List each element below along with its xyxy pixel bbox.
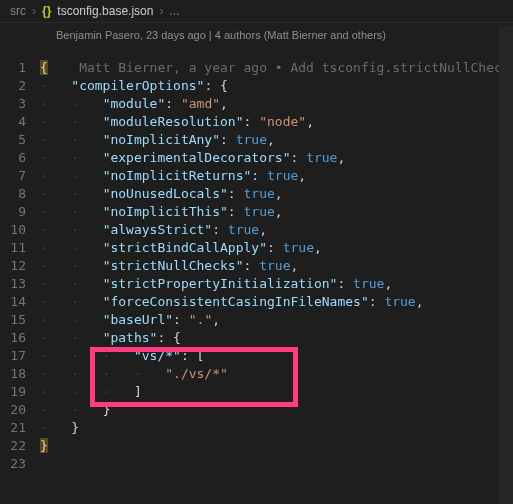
- json-file-icon: {}: [42, 4, 51, 18]
- line-number: 10: [0, 221, 40, 239]
- chevron-right-icon: ›: [159, 4, 163, 18]
- breadcrumb-root[interactable]: src: [10, 4, 26, 18]
- line-number: 12: [0, 257, 40, 275]
- brace-open: {: [40, 60, 48, 75]
- line-number: 17: [0, 347, 40, 365]
- line-number: 21: [0, 419, 40, 437]
- line-number: 1: [0, 59, 40, 77]
- breadcrumb-file[interactable]: tsconfig.base.json: [57, 4, 153, 18]
- line-number: 19: [0, 383, 40, 401]
- line-number: 5: [0, 131, 40, 149]
- minimap[interactable]: [499, 26, 513, 504]
- inline-blame-hint: Matt Bierner, a year ago • Add tsconfig.…: [48, 60, 513, 75]
- brace-close: }: [40, 438, 48, 453]
- line-number: 11: [0, 239, 40, 257]
- line-number: 20: [0, 401, 40, 419]
- git-blame-annotation[interactable]: Benjamin Pasero, 23 days ago | 4 authors…: [56, 29, 386, 41]
- line-number: 7: [0, 167, 40, 185]
- line-number: 9: [0, 203, 40, 221]
- line-number: 18: [0, 365, 40, 383]
- breadcrumb-trail[interactable]: ...: [169, 4, 179, 18]
- line-number: 8: [0, 185, 40, 203]
- line-number: 15: [0, 311, 40, 329]
- line-number: 3: [0, 95, 40, 113]
- code-editor[interactable]: Benjamin Pasero, 23 days ago | 4 authors…: [0, 23, 513, 473]
- line-number: 22: [0, 437, 40, 455]
- line-number: 2: [0, 77, 40, 95]
- line-number: 16: [0, 329, 40, 347]
- breadcrumb[interactable]: src › {} tsconfig.base.json › ...: [0, 0, 513, 23]
- line-number: 6: [0, 149, 40, 167]
- line-number: 13: [0, 275, 40, 293]
- chevron-right-icon: ›: [32, 4, 36, 18]
- line-number: 23: [0, 455, 40, 473]
- line-number: 4: [0, 113, 40, 131]
- line-number: 14: [0, 293, 40, 311]
